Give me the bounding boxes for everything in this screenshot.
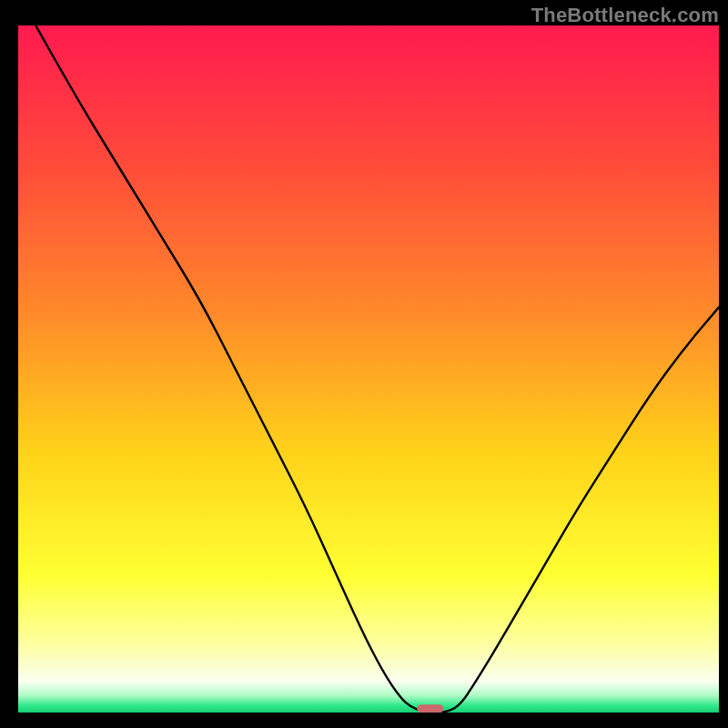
bottleneck-chart bbox=[0, 0, 728, 728]
optimal-marker bbox=[417, 704, 443, 713]
chart-frame: TheBottleneck.com bbox=[0, 0, 728, 728]
chart-background bbox=[18, 25, 719, 713]
